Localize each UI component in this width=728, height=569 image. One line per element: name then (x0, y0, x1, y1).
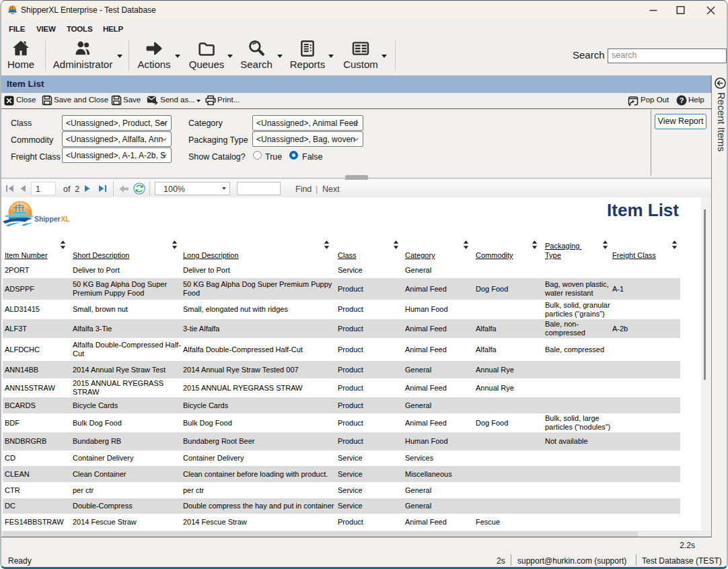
svg-text:?: ? (680, 96, 684, 104)
svg-text:Shipper: Shipper (34, 215, 61, 223)
svg-text:XL: XL (61, 215, 70, 223)
